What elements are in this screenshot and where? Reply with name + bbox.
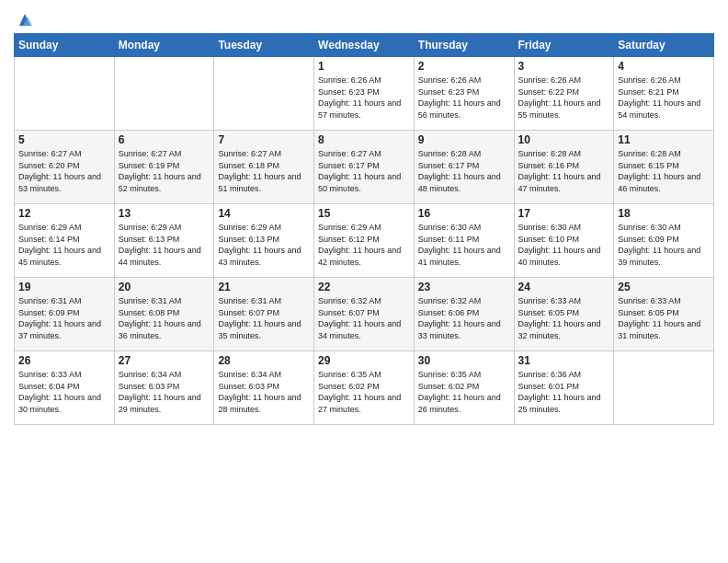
- calendar-table: SundayMondayTuesdayWednesdayThursdayFrid…: [14, 33, 714, 425]
- day-number: 16: [418, 207, 510, 220]
- day-number: 13: [119, 207, 210, 220]
- day-number: 6: [119, 133, 210, 146]
- day-info: Sunrise: 6:33 AMSunset: 6:04 PMDaylight:…: [18, 369, 110, 415]
- day-info: Sunrise: 6:30 AMSunset: 6:09 PMDaylight:…: [618, 222, 710, 268]
- day-info: Sunrise: 6:26 AMSunset: 6:23 PMDaylight:…: [418, 75, 510, 121]
- day-number: 24: [518, 281, 610, 293]
- day-info: Sunrise: 6:33 AMSunset: 6:05 PMDaylight:…: [518, 295, 610, 341]
- weekday-header-wednesday: Wednesday: [314, 34, 415, 57]
- logo: [14, 9, 35, 26]
- weekday-header-saturday: Saturday: [614, 34, 714, 57]
- day-number: 15: [318, 207, 410, 220]
- day-info: Sunrise: 6:32 AMSunset: 6:07 PMDaylight:…: [318, 295, 410, 341]
- day-number: 21: [218, 281, 310, 293]
- weekday-header-thursday: Thursday: [414, 34, 514, 57]
- day-number: 4: [618, 60, 710, 73]
- calendar-cell: 20Sunrise: 6:31 AMSunset: 6:08 PMDayligh…: [114, 278, 214, 351]
- calendar-cell: 15Sunrise: 6:29 AMSunset: 6:12 PMDayligh…: [314, 204, 415, 278]
- calendar-cell: 14Sunrise: 6:29 AMSunset: 6:13 PMDayligh…: [214, 204, 314, 278]
- day-number: 12: [18, 207, 110, 220]
- day-number: 8: [318, 133, 410, 146]
- calendar-cell: 29Sunrise: 6:35 AMSunset: 6:02 PMDayligh…: [314, 351, 415, 425]
- day-number: 18: [618, 207, 710, 220]
- day-info: Sunrise: 6:29 AMSunset: 6:12 PMDaylight:…: [318, 222, 410, 268]
- day-info: Sunrise: 6:29 AMSunset: 6:13 PMDaylight:…: [218, 222, 310, 268]
- day-info: Sunrise: 6:34 AMSunset: 6:03 PMDaylight:…: [119, 369, 210, 415]
- day-number: 27: [119, 354, 210, 367]
- day-info: Sunrise: 6:32 AMSunset: 6:06 PMDaylight:…: [418, 295, 510, 341]
- day-number: 10: [518, 133, 610, 146]
- calendar-cell: 21Sunrise: 6:31 AMSunset: 6:07 PMDayligh…: [214, 278, 314, 351]
- day-info: Sunrise: 6:26 AMSunset: 6:23 PMDaylight:…: [318, 75, 410, 121]
- day-number: 25: [618, 281, 710, 293]
- calendar-cell: 30Sunrise: 6:35 AMSunset: 6:02 PMDayligh…: [414, 351, 514, 425]
- calendar-cell: 18Sunrise: 6:30 AMSunset: 6:09 PMDayligh…: [614, 204, 714, 278]
- week-row-1: 1Sunrise: 6:26 AMSunset: 6:23 PMDaylight…: [15, 57, 714, 131]
- day-info: Sunrise: 6:28 AMSunset: 6:17 PMDaylight:…: [418, 148, 510, 194]
- day-number: 23: [418, 281, 510, 293]
- day-number: 26: [18, 354, 110, 367]
- calendar-cell: 16Sunrise: 6:30 AMSunset: 6:11 PMDayligh…: [414, 204, 514, 278]
- day-info: Sunrise: 6:31 AMSunset: 6:08 PMDaylight:…: [119, 295, 210, 341]
- calendar-cell: 10Sunrise: 6:28 AMSunset: 6:16 PMDayligh…: [514, 131, 614, 204]
- weekday-header-sunday: Sunday: [15, 34, 115, 57]
- day-number: 5: [18, 133, 110, 146]
- calendar-cell: 26Sunrise: 6:33 AMSunset: 6:04 PMDayligh…: [15, 351, 115, 425]
- day-info: Sunrise: 6:34 AMSunset: 6:03 PMDaylight:…: [218, 369, 310, 415]
- day-number: 19: [18, 281, 110, 293]
- day-number: 20: [119, 281, 210, 293]
- day-number: 31: [518, 354, 610, 367]
- calendar-cell: 12Sunrise: 6:29 AMSunset: 6:14 PMDayligh…: [15, 204, 115, 278]
- calendar-cell: 9Sunrise: 6:28 AMSunset: 6:17 PMDaylight…: [414, 131, 514, 204]
- weekday-header-friday: Friday: [514, 34, 614, 57]
- calendar-cell: 8Sunrise: 6:27 AMSunset: 6:17 PMDaylight…: [314, 131, 415, 204]
- calendar-cell: 22Sunrise: 6:32 AMSunset: 6:07 PMDayligh…: [314, 278, 415, 351]
- calendar-cell: [214, 57, 314, 131]
- day-info: Sunrise: 6:27 AMSunset: 6:19 PMDaylight:…: [119, 148, 210, 194]
- calendar-cell: [614, 351, 714, 425]
- day-info: Sunrise: 6:28 AMSunset: 6:16 PMDaylight:…: [518, 148, 610, 194]
- day-info: Sunrise: 6:31 AMSunset: 6:09 PMDaylight:…: [18, 295, 110, 341]
- day-info: Sunrise: 6:35 AMSunset: 6:02 PMDaylight:…: [318, 369, 410, 415]
- day-info: Sunrise: 6:30 AMSunset: 6:10 PMDaylight:…: [518, 222, 610, 268]
- calendar-cell: 28Sunrise: 6:34 AMSunset: 6:03 PMDayligh…: [214, 351, 314, 425]
- day-info: Sunrise: 6:30 AMSunset: 6:11 PMDaylight:…: [418, 222, 510, 268]
- week-row-2: 5Sunrise: 6:27 AMSunset: 6:20 PMDaylight…: [15, 131, 714, 204]
- calendar-cell: 17Sunrise: 6:30 AMSunset: 6:10 PMDayligh…: [514, 204, 614, 278]
- calendar-cell: 7Sunrise: 6:27 AMSunset: 6:18 PMDaylight…: [214, 131, 314, 204]
- day-number: 29: [318, 354, 410, 367]
- weekday-header-tuesday: Tuesday: [214, 34, 314, 57]
- calendar-cell: [15, 57, 115, 131]
- day-number: 7: [218, 133, 310, 146]
- calendar-cell: 19Sunrise: 6:31 AMSunset: 6:09 PMDayligh…: [15, 278, 115, 351]
- calendar-cell: 13Sunrise: 6:29 AMSunset: 6:13 PMDayligh…: [114, 204, 214, 278]
- calendar-cell: 6Sunrise: 6:27 AMSunset: 6:19 PMDaylight…: [114, 131, 214, 204]
- calendar-container: SundayMondayTuesdayWednesdayThursdayFrid…: [0, 0, 728, 563]
- calendar-cell: 31Sunrise: 6:36 AMSunset: 6:01 PMDayligh…: [514, 351, 614, 425]
- day-number: 9: [418, 133, 510, 146]
- calendar-cell: 11Sunrise: 6:28 AMSunset: 6:15 PMDayligh…: [614, 131, 714, 204]
- calendar-cell: 24Sunrise: 6:33 AMSunset: 6:05 PMDayligh…: [514, 278, 614, 351]
- header: [14, 9, 714, 26]
- day-number: 14: [218, 207, 310, 220]
- day-number: 2: [418, 60, 510, 73]
- calendar-cell: 4Sunrise: 6:26 AMSunset: 6:21 PMDaylight…: [614, 57, 714, 131]
- day-info: Sunrise: 6:27 AMSunset: 6:17 PMDaylight:…: [318, 148, 410, 194]
- day-info: Sunrise: 6:29 AMSunset: 6:13 PMDaylight:…: [119, 222, 210, 268]
- calendar-cell: 3Sunrise: 6:26 AMSunset: 6:22 PMDaylight…: [514, 57, 614, 131]
- calendar-cell: 23Sunrise: 6:32 AMSunset: 6:06 PMDayligh…: [414, 278, 514, 351]
- calendar-cell: 1Sunrise: 6:26 AMSunset: 6:23 PMDaylight…: [314, 57, 415, 131]
- day-info: Sunrise: 6:26 AMSunset: 6:21 PMDaylight:…: [618, 75, 710, 121]
- calendar-cell: 5Sunrise: 6:27 AMSunset: 6:20 PMDaylight…: [15, 131, 115, 204]
- day-info: Sunrise: 6:33 AMSunset: 6:05 PMDaylight:…: [618, 295, 710, 341]
- day-number: 17: [518, 207, 610, 220]
- week-row-3: 12Sunrise: 6:29 AMSunset: 6:14 PMDayligh…: [15, 204, 714, 278]
- week-row-4: 19Sunrise: 6:31 AMSunset: 6:09 PMDayligh…: [15, 278, 714, 351]
- day-info: Sunrise: 6:36 AMSunset: 6:01 PMDaylight:…: [518, 369, 610, 415]
- day-number: 22: [318, 281, 410, 293]
- calendar-cell: [114, 57, 214, 131]
- week-row-5: 26Sunrise: 6:33 AMSunset: 6:04 PMDayligh…: [15, 351, 714, 425]
- calendar-cell: 2Sunrise: 6:26 AMSunset: 6:23 PMDaylight…: [414, 57, 514, 131]
- day-number: 1: [318, 60, 410, 73]
- day-info: Sunrise: 6:27 AMSunset: 6:20 PMDaylight:…: [18, 148, 110, 194]
